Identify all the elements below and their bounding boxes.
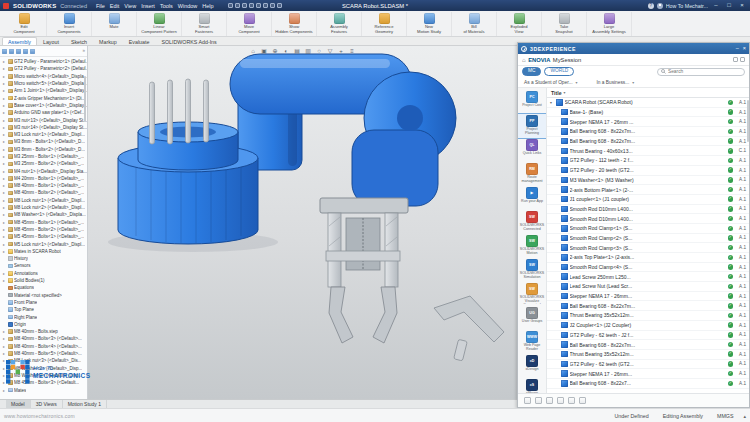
menu-window[interactable]: Window	[178, 3, 198, 9]
tree-item[interactable]: ▸M8 40mm - Bolts<4> (<Default>...	[0, 343, 87, 350]
tree-item[interactable]: History	[0, 255, 87, 262]
list-row[interactable]: J1 coupler<1> (J1 coupler)✓A.1	[547, 195, 749, 205]
tree-item[interactable]: ▸M3 8mm - Bolts<1> (<Default>_D...	[0, 138, 87, 145]
tree-item[interactable]: ▸M4 nut<1> (<Default>_Display Sta...	[0, 167, 87, 174]
displaymanager-icon[interactable]	[30, 49, 35, 54]
app-solidworks-connected[interactable]: SWSOLIDWORKS Connected	[518, 210, 546, 234]
robot-3d-model[interactable]	[88, 46, 517, 399]
compass-icon[interactable]	[521, 46, 527, 52]
ribbon-large-assembly-settings-button[interactable]: LargeAssembly Settings	[587, 12, 632, 36]
tab-evaluate[interactable]: Evaluate	[123, 37, 156, 45]
list-row[interactable]: Stepper NEMA 17 - 26mm...✓A.1	[547, 369, 749, 379]
list-row[interactable]: ▾SCARA Robot (SCARA Robot)✓A.1	[547, 98, 749, 108]
list-row[interactable]: J2 Coupler<1> (J2 Coupler)✓A.1	[547, 321, 749, 331]
view-orientation-icon[interactable]: ▤	[293, 47, 301, 55]
taskpane-search[interactable]	[657, 68, 745, 76]
expand-icon[interactable]	[579, 397, 586, 404]
options-icon[interactable]	[277, 3, 282, 8]
menu-insert[interactable]: Insert	[141, 3, 155, 9]
tree-item[interactable]: ▸M8 40mm - Bolts<3> (<Default>...	[0, 335, 87, 342]
ribbon-reference-geometry-button[interactable]: ReferenceGeometry	[362, 12, 407, 36]
list-row[interactable]: Thrust Bearing - 40x60x13...✓C.1	[547, 146, 749, 156]
tree-item[interactable]: ▸M3 nut<14> (<Default>_Display St...	[0, 124, 87, 131]
tree-item[interactable]: ▸M3 8mm - Bolts<2> (<Default>_D...	[0, 146, 87, 153]
propertymanager-icon[interactable]	[9, 49, 14, 54]
ribbon-show-hidden-components-button[interactable]: ShowHidden Components	[272, 12, 317, 36]
list-row[interactable]: Stepper NEMA 17 - 26mm...✓A.1	[547, 292, 749, 302]
user-avatar-icon[interactable]	[657, 3, 663, 9]
taskpane-close-icon[interactable]: ×	[743, 43, 746, 54]
tree-item[interactable]: ▸M8 45mm - Bolts<2> (<Default>_...	[0, 226, 87, 233]
list-row[interactable]: Ball Bearing 608 - 8x22x7m...✓A.1	[547, 137, 749, 147]
undo-icon[interactable]	[256, 3, 261, 8]
tree-item[interactable]: ▸Micro switch<4> (<Default>_Displa...	[0, 73, 87, 80]
list-row[interactable]: Smooth Rod D10mm L400...✓A.1	[547, 205, 749, 215]
featuremanager-design-tree-icon[interactable]	[2, 49, 7, 54]
view-settings-icon[interactable]: ≡	[348, 47, 356, 55]
tree-item[interactable]: ▸M8 40mm - Bolts<2> (<Default>_...	[0, 189, 87, 196]
organization-filter[interactable]: In a Business...	[596, 80, 629, 85]
list-row[interactable]: Lead Screw Nut (Lead Scr...✓A.1	[547, 282, 749, 292]
list-header[interactable]: Title ▾	[547, 88, 749, 98]
menu-help[interactable]: Help	[202, 3, 213, 9]
tree-item[interactable]: Material <not specified>	[0, 292, 87, 299]
ribbon-mate-button[interactable]: Mate	[92, 12, 137, 36]
minimize-button[interactable]: –	[711, 0, 721, 11]
home-icon[interactable]: ⌂	[522, 56, 526, 64]
list-row[interactable]: Thrust Bearing 35x52x12m...✓A.1	[547, 350, 749, 360]
ribbon-take-snapshot-button[interactable]: TakeSnapshot	[542, 12, 587, 36]
app-route-management[interactable]: RMRoute management	[518, 162, 546, 186]
app-web-page-reader[interactable]: WWWWeb Page Reader	[518, 330, 546, 354]
tree-item[interactable]: ▸M8 40mm - Bolts<5> (<Default>...	[0, 350, 87, 357]
tree-item[interactable]: ▸Mates in SCARA Robot	[0, 248, 87, 255]
tree-item[interactable]: Top Plane	[0, 306, 87, 313]
app-xshape[interactable]: xSxShape	[518, 378, 546, 393]
ribbon-move-component-button[interactable]: MoveComponent	[227, 12, 272, 36]
open-icon[interactable]	[235, 3, 240, 8]
menu-tools[interactable]: Tools	[160, 3, 173, 9]
list-row[interactable]: GT2 Pulley - 20 teeth (GT2...✓A.1	[547, 166, 749, 176]
tree-item[interactable]: ▸Solid Bodies(1)	[0, 277, 87, 284]
ribbon-bill-of-materials-button[interactable]: Billof Materials	[452, 12, 497, 36]
list-row[interactable]: GT2 Pulley - 62 teeth (GT2...✓A.1	[547, 360, 749, 370]
tab-layout[interactable]: Layout	[37, 37, 65, 45]
model-tab-3d-views[interactable]: 3D Views	[31, 400, 63, 408]
tree-item[interactable]: ▸M8 Washer<1> (<Default>_Displa...	[0, 211, 87, 218]
list-row[interactable]: 2-axis Top Plate<1> (2-axis...✓A.1	[547, 253, 749, 263]
app-solidworks-visualize-connected[interactable]: SWSOLIDWORKS Visualize Connected	[518, 282, 546, 306]
tree-item[interactable]: ▸M8 Lock nut<2> (<Default>_Displ...	[0, 204, 87, 211]
list-row[interactable]: Smooth Rod Clamp<4> (S...✓A.1	[547, 263, 749, 273]
tree-item[interactable]: ▸Arm 1 Joint<1> (<Default>_Display...	[0, 87, 87, 94]
tab-sketch[interactable]: Sketch	[65, 37, 93, 45]
menu-file[interactable]: File	[96, 3, 105, 9]
tree-item[interactable]: ▸M3 25mm - Bolts<2> (<Default>_...	[0, 160, 87, 167]
print-icon[interactable]	[249, 3, 254, 8]
tab-solidworks-add-ins[interactable]: SOLIDWORKS Add-Ins	[155, 37, 222, 45]
app-project-planning[interactable]: PPProject Planning	[518, 114, 546, 138]
grid-view-icon[interactable]	[524, 397, 531, 404]
ribbon-assembly-features-button[interactable]: AssemblyFeatures	[317, 12, 362, 36]
tree-item[interactable]: ▸M8 45mm - Bolts<1> (<Default>_...	[0, 219, 87, 226]
ribbon-exploded-view-button[interactable]: ExplodedView	[497, 12, 542, 36]
list-row[interactable]: Ball Bearing 608 - 8x22x7m...✓A.1	[547, 340, 749, 350]
maximize-button[interactable]: □	[724, 0, 734, 11]
help-icon[interactable]: ?	[648, 3, 654, 9]
refresh-icon[interactable]	[546, 397, 553, 404]
app-run-your-app[interactable]: ▶Run your App	[518, 186, 546, 210]
section-view-icon[interactable]: ◐	[282, 47, 290, 55]
menu-view[interactable]: View	[124, 3, 136, 9]
app-quick-links[interactable]: QLQuick Links	[518, 138, 546, 162]
tree-item[interactable]: Front Plane	[0, 299, 87, 306]
menu-icon[interactable]	[740, 57, 745, 62]
list-row[interactable]: Ball Bearing 608 - 8x22x7m...✓A.1	[547, 301, 749, 311]
ribbon-smart-fasteners-button[interactable]: SmartFasteners	[182, 12, 227, 36]
zoom-to-fit-icon[interactable]: ⌂	[249, 47, 257, 55]
menu-edit[interactable]: Edit	[110, 3, 119, 9]
list-view-icon[interactable]	[535, 397, 542, 404]
tab-assembly[interactable]: Assembly	[2, 37, 37, 45]
tree-item[interactable]: ▸GT2 Pulley - Parametric<2> (Defaul...	[0, 65, 87, 72]
tree-item[interactable]: Origin	[0, 321, 87, 328]
tree-item[interactable]: ▸M8 40mm - Bolts<1> (<Default>_...	[0, 182, 87, 189]
filter-icon[interactable]	[557, 397, 564, 404]
redo-icon[interactable]	[263, 3, 268, 8]
